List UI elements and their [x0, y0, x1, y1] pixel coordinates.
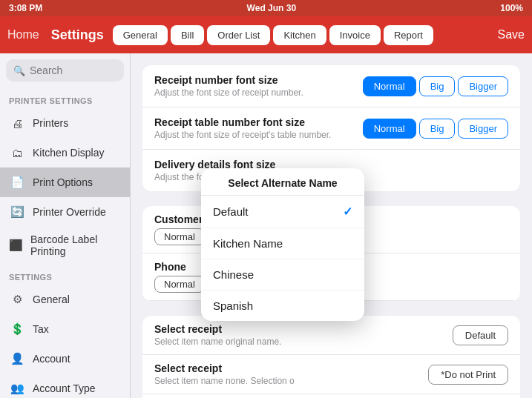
select-receipt1-row: Select receipt Select item name original…: [142, 316, 520, 355]
receipt-number-btn-group: Normal Big Bigger: [363, 76, 508, 96]
receipt-number-label: Receipt number font size: [154, 74, 303, 86]
search-box[interactable]: 🔍: [6, 59, 124, 82]
receipt-number-label-group: Receipt number font size Adjust the font…: [154, 74, 303, 98]
dropdown-item-default-label: Default: [213, 205, 249, 218]
kitchen-display-icon: 🗂: [9, 145, 25, 161]
barcode-icon: ⬛: [9, 237, 23, 253]
settings-title: SETTINGS: [0, 264, 130, 285]
tab-general[interactable]: General: [113, 25, 168, 45]
print-options-icon: 📄: [9, 174, 25, 190]
sidebar-item-kitchen-display[interactable]: 🗂 Kitchen Display: [0, 138, 130, 168]
status-date: Wed Jun 30: [247, 3, 296, 13]
sidebar-item-account-type[interactable]: 👥 Account Type: [0, 374, 130, 398]
save-button[interactable]: Save: [498, 28, 525, 42]
select-receipt1-desc: Select item name original name.: [154, 336, 281, 347]
receipt-number-bigger-btn[interactable]: Bigger: [458, 76, 508, 96]
sidebar-item-barcode[interactable]: ⬛ Barcode Label Printing: [0, 227, 130, 264]
account-icon: 👤: [9, 351, 25, 367]
status-time: 3:08 PM: [9, 3, 42, 13]
tab-invoice[interactable]: Invoice: [329, 25, 381, 45]
receipt-table-big-btn[interactable]: Big: [419, 119, 456, 139]
dropdown-item-chinese[interactable]: Chinese: [201, 259, 364, 291]
search-icon: 🔍: [13, 65, 25, 76]
dropdown-item-chinese-label: Chinese: [213, 268, 254, 281]
select-receipt2-row: Select receipt Select item name none. Se…: [142, 355, 520, 394]
header: Home Settings General Bill Order List Ki…: [0, 16, 532, 53]
status-battery: 100%: [500, 3, 523, 13]
receipt-table-font-size-row: Receipt table number font size Adjust th…: [142, 107, 520, 150]
select-receipt1-default-btn[interactable]: Default: [453, 325, 508, 345]
account-label: Account: [33, 353, 70, 365]
content-area: Receipt number font size Adjust the font…: [131, 53, 532, 398]
header-tabs: General Bill Order List Kitchen Invoice …: [113, 25, 489, 45]
dropdown-item-spanish-label: Spanish: [213, 299, 253, 312]
receipt-number-desc: Adjust the font size of receipt number.: [154, 87, 303, 98]
status-bar: 3:08 PM Wed Jun 30 100%: [0, 0, 532, 16]
receipt-number-big-btn[interactable]: Big: [419, 76, 456, 96]
dropdown-item-spanish[interactable]: Spanish: [201, 291, 364, 321]
barcode-label: Barcode Label Printing: [30, 233, 121, 257]
printer-override-label: Printer Override: [33, 206, 106, 218]
sidebar-item-account[interactable]: 👤 Account: [0, 344, 130, 374]
select-receipt2-label-group: Select receipt Select item name none. Se…: [154, 362, 295, 386]
sidebar-item-tax[interactable]: 💲 Tax: [0, 314, 130, 344]
sidebar-item-printer-override[interactable]: 🔄 Printer Override: [0, 197, 130, 227]
tax-icon: 💲: [9, 321, 25, 337]
receipt-table-bigger-btn[interactable]: Bigger: [458, 119, 508, 139]
printing-upon-row: Printing upon Configure the pr These opt…: [142, 394, 520, 398]
select-receipt1-title: Select receipt: [154, 323, 281, 335]
tax-label: Tax: [33, 323, 49, 335]
kitchen-display-label: Kitchen Display: [33, 147, 105, 159]
dropdown-item-default-check: ✓: [343, 205, 352, 219]
general-icon: ⚙: [9, 291, 25, 308]
select-receipt-section: Select receipt Select item name original…: [142, 316, 520, 398]
dropdown-item-default[interactable]: Default ✓: [201, 196, 364, 228]
account-type-label: Account Type: [33, 382, 96, 394]
main-layout: 🔍 PRINTER SETTINGS 🖨 Printers 🗂 Kitchen …: [0, 53, 532, 398]
select-receipt2-desc: Select item name none. Selection o: [154, 376, 295, 386]
printers-label: Printers: [33, 117, 68, 129]
tab-bill[interactable]: Bill: [171, 25, 204, 45]
receipt-table-desc: Adjust the font size of receipt's table …: [154, 130, 331, 140]
select-receipt2-title: Select receipt: [154, 362, 295, 374]
account-type-icon: 👥: [9, 380, 25, 397]
select-receipt2-noprint-btn[interactable]: *Do not Print: [428, 365, 508, 385]
sidebar-item-general[interactable]: ⚙ General: [0, 285, 130, 314]
home-link[interactable]: Home: [7, 28, 39, 42]
receipt-number-normal-btn[interactable]: Normal: [363, 76, 416, 96]
customer-name-normal-badge[interactable]: Normal: [154, 228, 205, 245]
select-receipt1-label-group: Select receipt Select item name original…: [154, 323, 281, 347]
receipt-number-font-size-row: Receipt number font size Adjust the font…: [142, 65, 520, 107]
settings-label: Settings: [51, 27, 104, 43]
sidebar: 🔍 PRINTER SETTINGS 🖨 Printers 🗂 Kitchen …: [0, 53, 131, 398]
receipt-table-btn-group: Normal Big Bigger: [363, 119, 508, 139]
tab-order-list[interactable]: Order List: [207, 25, 270, 45]
receipt-table-label: Receipt table number font size: [154, 116, 331, 128]
search-input[interactable]: [30, 64, 116, 76]
phone-normal-badge[interactable]: Normal: [154, 276, 205, 293]
sidebar-item-print-options[interactable]: 📄 Print Options: [0, 168, 130, 197]
dropdown-item-kitchen-name-label: Kitchen Name: [213, 237, 283, 250]
tab-report[interactable]: Report: [384, 25, 433, 45]
receipt-table-label-group: Receipt table number font size Adjust th…: [154, 116, 331, 140]
dropdown-item-kitchen-name[interactable]: Kitchen Name: [201, 228, 364, 259]
general-label: General: [33, 293, 70, 305]
header-nav: Home Settings: [7, 27, 104, 43]
tab-kitchen[interactable]: Kitchen: [273, 25, 326, 45]
print-options-label: Print Options: [33, 176, 93, 188]
printers-icon: 🖨: [9, 115, 25, 131]
dropdown-panel: Select Alternate Name Default ✓ Kitchen …: [201, 168, 364, 321]
printer-override-icon: 🔄: [9, 204, 25, 220]
printer-settings-title: PRINTER SETTINGS: [0, 87, 130, 108]
receipt-table-normal-btn[interactable]: Normal: [363, 119, 416, 139]
dropdown-title: Select Alternate Name: [201, 168, 364, 196]
sidebar-item-printers[interactable]: 🖨 Printers: [0, 108, 130, 138]
